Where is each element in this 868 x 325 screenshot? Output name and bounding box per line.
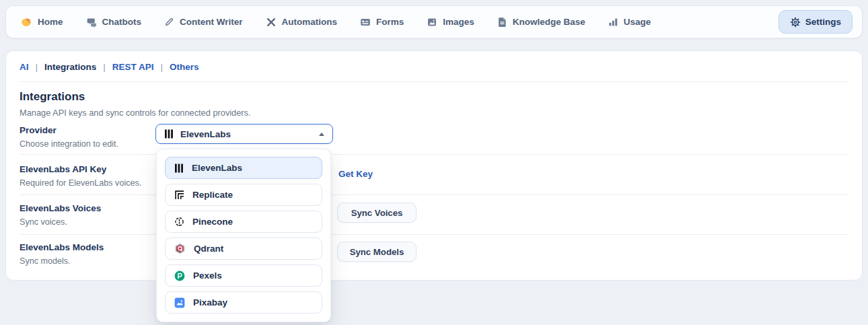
voices-description: Sync voices. bbox=[20, 217, 67, 227]
nav-item-chatbots[interactable]: Chatbots bbox=[86, 17, 142, 28]
images-icon bbox=[427, 17, 437, 28]
nav-item-home[interactable]: Home bbox=[21, 16, 63, 28]
sync-models-button[interactable]: Sync Models bbox=[337, 242, 417, 262]
divider bbox=[20, 194, 848, 195]
sync-voices-button[interactable]: Sync Voices bbox=[337, 203, 417, 223]
option-label: Qdrant bbox=[194, 244, 223, 254]
forms-icon bbox=[360, 17, 371, 28]
models-description: Sync models. bbox=[20, 256, 71, 266]
nav-item-label: Chatbots bbox=[102, 17, 142, 27]
option-label: Pinecone bbox=[192, 217, 233, 227]
nav-item-knowledge-base[interactable]: Knowledge Base bbox=[497, 17, 585, 28]
get-key-link[interactable]: Get Key bbox=[338, 169, 373, 179]
divider bbox=[20, 81, 848, 82]
nav-item-label: Knowledge Base bbox=[513, 17, 585, 27]
divider bbox=[20, 234, 848, 235]
elevenlabs-logo-icon bbox=[174, 164, 184, 173]
tab-ai[interactable]: AI bbox=[20, 62, 29, 72]
provider-select[interactable]: ElevenLabs bbox=[155, 124, 333, 144]
pencil-icon bbox=[164, 17, 174, 27]
nav-item-label: Home bbox=[38, 17, 63, 27]
provider-label: Provider bbox=[20, 125, 57, 135]
gear-icon bbox=[790, 17, 801, 28]
option-label: Pexels bbox=[193, 270, 222, 281]
models-label: ElevenLabs Models bbox=[20, 242, 104, 252]
home-icon bbox=[21, 16, 32, 28]
tab-rest-api[interactable]: REST API bbox=[112, 62, 154, 72]
api-key-label: ElevenLabs API Key bbox=[20, 164, 106, 174]
chevron-up-icon bbox=[319, 133, 324, 136]
voices-label: ElevenLabs Voices bbox=[20, 203, 101, 213]
integrations-card: AI | Integrations | REST API | Others In… bbox=[5, 50, 863, 281]
provider-select-value: ElevenLabs bbox=[180, 129, 231, 139]
subnav-separator: | bbox=[36, 62, 38, 72]
elevenlabs-logo-icon bbox=[164, 129, 174, 139]
replicate-logo-icon bbox=[174, 190, 184, 200]
subnav-separator: | bbox=[161, 62, 164, 72]
nav-items: Home Chatbots Content Writer bbox=[21, 16, 651, 28]
option-label: Pixabay bbox=[193, 297, 227, 308]
pinecone-logo-icon bbox=[174, 217, 184, 227]
chatbots-icon bbox=[86, 17, 97, 28]
option-label: Replicate bbox=[192, 190, 233, 200]
nav-item-label: Usage bbox=[624, 17, 651, 27]
divider bbox=[20, 154, 848, 155]
usage-icon bbox=[608, 17, 618, 27]
settings-button[interactable]: Settings bbox=[779, 10, 853, 34]
nav-item-images[interactable]: Images bbox=[427, 17, 474, 28]
option-pixabay[interactable]: Pixabay bbox=[165, 291, 322, 314]
option-qdrant[interactable]: Qdrant bbox=[165, 238, 322, 260]
page-subtitle: Manage API keys and sync controls for co… bbox=[20, 108, 251, 118]
nav-item-label: Content Writer bbox=[180, 17, 243, 27]
nav-item-label: Forms bbox=[376, 17, 404, 27]
subnav-separator: | bbox=[103, 62, 106, 72]
provider-dropdown: ElevenLabs Replicate Pinecone bbox=[156, 149, 331, 322]
option-elevenlabs[interactable]: ElevenLabs bbox=[165, 157, 322, 179]
page-title: Integrations bbox=[20, 90, 85, 104]
api-key-description: Required for ElevenLabs voices. bbox=[20, 178, 141, 188]
option-label: ElevenLabs bbox=[192, 163, 242, 173]
provider-description: Choose integration to edit. bbox=[20, 139, 118, 149]
option-pexels[interactable]: Pexels bbox=[165, 264, 322, 287]
knowledge-base-icon bbox=[497, 17, 507, 28]
qdrant-logo-icon bbox=[174, 243, 186, 254]
option-replicate[interactable]: Replicate bbox=[165, 184, 322, 206]
top-navbar: Home Chatbots Content Writer bbox=[5, 5, 863, 38]
pexels-logo-icon bbox=[174, 270, 185, 281]
option-pinecone[interactable]: Pinecone bbox=[165, 211, 322, 233]
pixabay-logo-icon bbox=[174, 297, 185, 308]
settings-button-label: Settings bbox=[805, 17, 841, 27]
nav-item-label: Automations bbox=[282, 17, 338, 27]
tab-integrations[interactable]: Integrations bbox=[44, 62, 96, 72]
nav-item-usage[interactable]: Usage bbox=[608, 17, 651, 27]
automations-icon bbox=[266, 17, 277, 28]
tab-others[interactable]: Others bbox=[170, 62, 199, 72]
nav-item-forms[interactable]: Forms bbox=[360, 17, 404, 28]
settings-subnav: AI | Integrations | REST API | Others bbox=[20, 62, 199, 72]
nav-item-automations[interactable]: Automations bbox=[266, 17, 338, 28]
nav-item-label: Images bbox=[443, 17, 474, 27]
nav-item-content-writer[interactable]: Content Writer bbox=[164, 17, 243, 27]
